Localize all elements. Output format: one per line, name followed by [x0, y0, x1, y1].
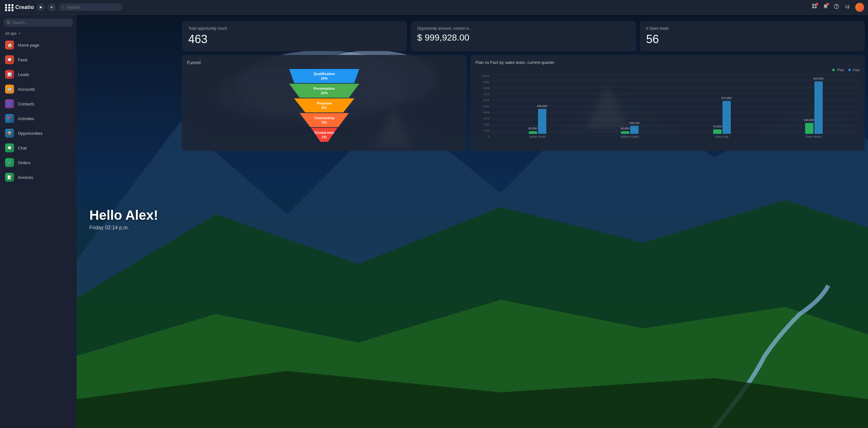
opportunity-count-card: Total opportunity count 463: [182, 21, 407, 51]
sidebar-item-accounts[interactable]: 🏢 Accounts: [0, 82, 76, 96]
sidebar-item-label: Feed: [18, 57, 27, 62]
funnel-segment-1[interactable]: Presentation15%: [289, 84, 359, 98]
funnel-segment-4[interactable]: Closed won1%: [305, 128, 343, 142]
sidebar-item-orders[interactable]: 🛒 Orders: [0, 155, 76, 170]
main-content: Hello Alex! Friday 02:14 p.m. Total oppo…: [76, 15, 434, 214]
contacts-icon: 👤: [5, 99, 14, 108]
funnel-segment-0[interactable]: Qualification16%: [289, 69, 359, 83]
sidebar-item-label: Opportunities: [18, 131, 42, 136]
opportunity-amount-card: Opportunity amount, current m.. $ 999,92…: [411, 21, 434, 51]
sidebar-item-leads[interactable]: 📊 Leads: [0, 67, 76, 82]
logo: Creatio: [15, 4, 34, 10]
funnel-segment-3[interactable]: Contracting3%: [300, 113, 349, 127]
sidebar: All aps 🏠 Home page 💬 Feed 📊 Leads 🏢 Acc…: [0, 15, 76, 214]
sidebar-item-label: Contacts: [18, 102, 34, 106]
chat-icon: 💬: [5, 143, 14, 152]
home-icon: 🏠: [5, 40, 14, 50]
opportunity-count-value: 463: [188, 33, 401, 46]
widgets-area: Total opportunity count 463 Opportunity …: [182, 21, 434, 151]
top-search[interactable]: [58, 3, 122, 11]
svg-marker-0: [40, 6, 42, 9]
sidebar-item-home[interactable]: 🏠 Home page: [0, 38, 76, 52]
opportunity-amount-label: Opportunity amount, current m..: [417, 26, 434, 31]
add-button[interactable]: +: [48, 3, 56, 11]
sidebar-item-feed[interactable]: 💬 Feed: [0, 52, 76, 67]
stat-cards-row: Total opportunity count 463 Opportunity …: [182, 21, 434, 51]
top-bar-left: Creatio +: [4, 3, 122, 12]
funnel-widget: Funnel Qualification16%Presentation15%Pr…: [182, 55, 434, 151]
feed-icon: 💬: [5, 55, 14, 64]
sidebar-search[interactable]: [4, 19, 73, 27]
play-button[interactable]: [37, 3, 45, 11]
top-search-input[interactable]: [67, 5, 118, 9]
hero-greeting: Hello Alex!: [89, 208, 158, 214]
sidebar-item-contacts[interactable]: 👤 Contacts: [0, 96, 76, 111]
funnel-title: Funnel: [187, 60, 434, 65]
top-bar: Creatio +: [0, 0, 434, 15]
sidebar-item-label: Orders: [18, 160, 31, 165]
svg-point-1: [63, 7, 64, 8]
sidebar-item-label: Home page: [18, 43, 39, 48]
svg-point-9: [7, 21, 9, 23]
opportunities-icon: 📦: [5, 129, 14, 138]
sidebar-item-label: Chat: [18, 146, 27, 150]
leads-icon: 📊: [5, 70, 14, 79]
sidebar-item-label: Leads: [18, 72, 29, 77]
all-apps-dropdown[interactable]: All aps: [0, 29, 76, 38]
sidebar-item-invoices[interactable]: 📝 Invoices: [0, 170, 76, 184]
sidebar-item-label: Accounts: [18, 87, 35, 92]
orders-icon: 🛒: [5, 158, 14, 167]
invoices-icon: 📝: [5, 173, 14, 182]
sidebar-item-activities[interactable]: 🚩 Activities: [0, 111, 76, 126]
activities-icon: 🚩: [5, 114, 14, 123]
opportunity-amount-value: $ 999,928.00: [417, 33, 434, 43]
sidebar-item-label: Invoices: [18, 175, 33, 180]
hero-text: Hello Alex! Friday 02:14 p.m.: [76, 208, 171, 214]
sidebar-item-label: Activities: [18, 116, 34, 121]
grid-icon[interactable]: [4, 3, 13, 12]
sidebar-item-opportunities[interactable]: 📦 Opportunities: [0, 126, 76, 141]
opportunity-count-label: Total opportunity count: [188, 26, 401, 31]
svg-line-2: [63, 7, 64, 8]
sidebar-item-chat[interactable]: 💬 Chat: [0, 141, 76, 155]
accounts-icon: 🏢: [5, 85, 14, 93]
charts-row: Funnel Qualification16%Presentation15%Pr…: [182, 55, 434, 151]
sidebar-search-input[interactable]: [12, 21, 69, 25]
svg-line-10: [9, 23, 10, 24]
funnel-container: Qualification16%Presentation15%Proposal8…: [187, 69, 434, 142]
funnel-segment-2[interactable]: Proposal8%: [294, 98, 354, 112]
